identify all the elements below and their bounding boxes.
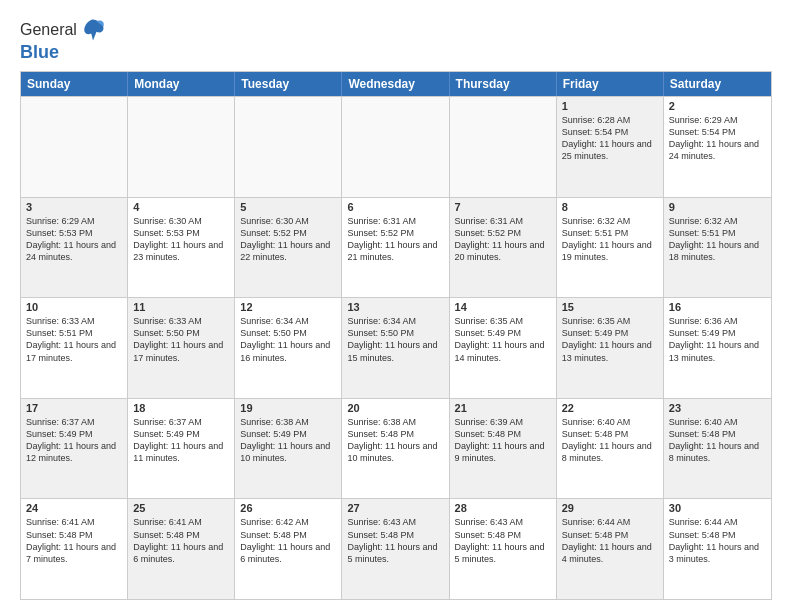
day-info: Sunrise: 6:37 AM Sunset: 5:49 PM Dayligh…: [133, 417, 223, 463]
logo-general-text: General: [20, 21, 77, 39]
calendar-cell-26: 26Sunrise: 6:42 AM Sunset: 5:48 PM Dayli…: [235, 499, 342, 599]
day-number: 19: [240, 402, 336, 414]
day-info: Sunrise: 6:41 AM Sunset: 5:48 PM Dayligh…: [26, 517, 116, 563]
day-info: Sunrise: 6:44 AM Sunset: 5:48 PM Dayligh…: [562, 517, 652, 563]
day-number: 20: [347, 402, 443, 414]
calendar-header-sunday: Sunday: [21, 72, 128, 96]
logo-bird-icon: [79, 16, 107, 44]
day-info: Sunrise: 6:42 AM Sunset: 5:48 PM Dayligh…: [240, 517, 330, 563]
calendar-cell-27: 27Sunrise: 6:43 AM Sunset: 5:48 PM Dayli…: [342, 499, 449, 599]
calendar-header-row: SundayMondayTuesdayWednesdayThursdayFrid…: [21, 72, 771, 96]
calendar-cell-1: 1Sunrise: 6:28 AM Sunset: 5:54 PM Daylig…: [557, 97, 664, 197]
calendar-row-3: 17Sunrise: 6:37 AM Sunset: 5:49 PM Dayli…: [21, 398, 771, 499]
day-info: Sunrise: 6:35 AM Sunset: 5:49 PM Dayligh…: [455, 316, 545, 362]
calendar-header-saturday: Saturday: [664, 72, 771, 96]
logo-blue-text: Blue: [20, 42, 107, 63]
calendar-cell-13: 13Sunrise: 6:34 AM Sunset: 5:50 PM Dayli…: [342, 298, 449, 398]
day-number: 29: [562, 502, 658, 514]
day-number: 4: [133, 201, 229, 213]
day-number: 5: [240, 201, 336, 213]
calendar-cell-15: 15Sunrise: 6:35 AM Sunset: 5:49 PM Dayli…: [557, 298, 664, 398]
calendar-header-monday: Monday: [128, 72, 235, 96]
calendar-cell-empty-0-4: [450, 97, 557, 197]
day-number: 30: [669, 502, 766, 514]
calendar-cell-7: 7Sunrise: 6:31 AM Sunset: 5:52 PM Daylig…: [450, 198, 557, 298]
day-info: Sunrise: 6:38 AM Sunset: 5:48 PM Dayligh…: [347, 417, 437, 463]
calendar-cell-12: 12Sunrise: 6:34 AM Sunset: 5:50 PM Dayli…: [235, 298, 342, 398]
calendar-cell-9: 9Sunrise: 6:32 AM Sunset: 5:51 PM Daylig…: [664, 198, 771, 298]
day-number: 7: [455, 201, 551, 213]
calendar-header-thursday: Thursday: [450, 72, 557, 96]
calendar-cell-empty-0-2: [235, 97, 342, 197]
calendar-row-0: 1Sunrise: 6:28 AM Sunset: 5:54 PM Daylig…: [21, 96, 771, 197]
calendar-cell-20: 20Sunrise: 6:38 AM Sunset: 5:48 PM Dayli…: [342, 399, 449, 499]
calendar-cell-11: 11Sunrise: 6:33 AM Sunset: 5:50 PM Dayli…: [128, 298, 235, 398]
calendar-row-4: 24Sunrise: 6:41 AM Sunset: 5:48 PM Dayli…: [21, 498, 771, 599]
day-info: Sunrise: 6:36 AM Sunset: 5:49 PM Dayligh…: [669, 316, 759, 362]
day-info: Sunrise: 6:33 AM Sunset: 5:50 PM Dayligh…: [133, 316, 223, 362]
day-number: 1: [562, 100, 658, 112]
calendar-header-tuesday: Tuesday: [235, 72, 342, 96]
day-info: Sunrise: 6:32 AM Sunset: 5:51 PM Dayligh…: [562, 216, 652, 262]
calendar-header-friday: Friday: [557, 72, 664, 96]
day-number: 2: [669, 100, 766, 112]
day-info: Sunrise: 6:31 AM Sunset: 5:52 PM Dayligh…: [347, 216, 437, 262]
day-number: 8: [562, 201, 658, 213]
day-info: Sunrise: 6:44 AM Sunset: 5:48 PM Dayligh…: [669, 517, 759, 563]
calendar-cell-16: 16Sunrise: 6:36 AM Sunset: 5:49 PM Dayli…: [664, 298, 771, 398]
calendar-cell-14: 14Sunrise: 6:35 AM Sunset: 5:49 PM Dayli…: [450, 298, 557, 398]
day-number: 28: [455, 502, 551, 514]
calendar-cell-empty-0-3: [342, 97, 449, 197]
calendar-cell-19: 19Sunrise: 6:38 AM Sunset: 5:49 PM Dayli…: [235, 399, 342, 499]
day-info: Sunrise: 6:29 AM Sunset: 5:53 PM Dayligh…: [26, 216, 116, 262]
day-number: 10: [26, 301, 122, 313]
day-info: Sunrise: 6:28 AM Sunset: 5:54 PM Dayligh…: [562, 115, 652, 161]
calendar-cell-5: 5Sunrise: 6:30 AM Sunset: 5:52 PM Daylig…: [235, 198, 342, 298]
calendar-cell-25: 25Sunrise: 6:41 AM Sunset: 5:48 PM Dayli…: [128, 499, 235, 599]
day-number: 16: [669, 301, 766, 313]
calendar-cell-18: 18Sunrise: 6:37 AM Sunset: 5:49 PM Dayli…: [128, 399, 235, 499]
calendar-cell-21: 21Sunrise: 6:39 AM Sunset: 5:48 PM Dayli…: [450, 399, 557, 499]
day-number: 3: [26, 201, 122, 213]
day-info: Sunrise: 6:40 AM Sunset: 5:48 PM Dayligh…: [562, 417, 652, 463]
day-info: Sunrise: 6:39 AM Sunset: 5:48 PM Dayligh…: [455, 417, 545, 463]
calendar-cell-3: 3Sunrise: 6:29 AM Sunset: 5:53 PM Daylig…: [21, 198, 128, 298]
day-info: Sunrise: 6:38 AM Sunset: 5:49 PM Dayligh…: [240, 417, 330, 463]
day-number: 24: [26, 502, 122, 514]
page: General Blue SundayMondayTuesdayWednesda…: [0, 0, 792, 612]
day-info: Sunrise: 6:34 AM Sunset: 5:50 PM Dayligh…: [240, 316, 330, 362]
day-number: 26: [240, 502, 336, 514]
day-info: Sunrise: 6:30 AM Sunset: 5:52 PM Dayligh…: [240, 216, 330, 262]
day-number: 17: [26, 402, 122, 414]
day-info: Sunrise: 6:33 AM Sunset: 5:51 PM Dayligh…: [26, 316, 116, 362]
day-number: 9: [669, 201, 766, 213]
calendar-row-1: 3Sunrise: 6:29 AM Sunset: 5:53 PM Daylig…: [21, 197, 771, 298]
day-number: 18: [133, 402, 229, 414]
day-number: 14: [455, 301, 551, 313]
calendar-cell-empty-0-0: [21, 97, 128, 197]
day-info: Sunrise: 6:31 AM Sunset: 5:52 PM Dayligh…: [455, 216, 545, 262]
calendar-cell-29: 29Sunrise: 6:44 AM Sunset: 5:48 PM Dayli…: [557, 499, 664, 599]
calendar-cell-4: 4Sunrise: 6:30 AM Sunset: 5:53 PM Daylig…: [128, 198, 235, 298]
calendar-cell-24: 24Sunrise: 6:41 AM Sunset: 5:48 PM Dayli…: [21, 499, 128, 599]
calendar-cell-23: 23Sunrise: 6:40 AM Sunset: 5:48 PM Dayli…: [664, 399, 771, 499]
calendar-cell-8: 8Sunrise: 6:32 AM Sunset: 5:51 PM Daylig…: [557, 198, 664, 298]
day-number: 27: [347, 502, 443, 514]
calendar-cell-17: 17Sunrise: 6:37 AM Sunset: 5:49 PM Dayli…: [21, 399, 128, 499]
day-number: 25: [133, 502, 229, 514]
day-number: 21: [455, 402, 551, 414]
calendar-cell-empty-0-1: [128, 97, 235, 197]
calendar-header-wednesday: Wednesday: [342, 72, 449, 96]
day-info: Sunrise: 6:35 AM Sunset: 5:49 PM Dayligh…: [562, 316, 652, 362]
calendar-cell-10: 10Sunrise: 6:33 AM Sunset: 5:51 PM Dayli…: [21, 298, 128, 398]
day-number: 11: [133, 301, 229, 313]
day-info: Sunrise: 6:30 AM Sunset: 5:53 PM Dayligh…: [133, 216, 223, 262]
day-info: Sunrise: 6:40 AM Sunset: 5:48 PM Dayligh…: [669, 417, 759, 463]
day-info: Sunrise: 6:29 AM Sunset: 5:54 PM Dayligh…: [669, 115, 759, 161]
header: General Blue: [20, 16, 772, 63]
calendar-cell-28: 28Sunrise: 6:43 AM Sunset: 5:48 PM Dayli…: [450, 499, 557, 599]
day-info: Sunrise: 6:41 AM Sunset: 5:48 PM Dayligh…: [133, 517, 223, 563]
calendar-body: 1Sunrise: 6:28 AM Sunset: 5:54 PM Daylig…: [21, 96, 771, 599]
day-info: Sunrise: 6:43 AM Sunset: 5:48 PM Dayligh…: [347, 517, 437, 563]
day-number: 13: [347, 301, 443, 313]
